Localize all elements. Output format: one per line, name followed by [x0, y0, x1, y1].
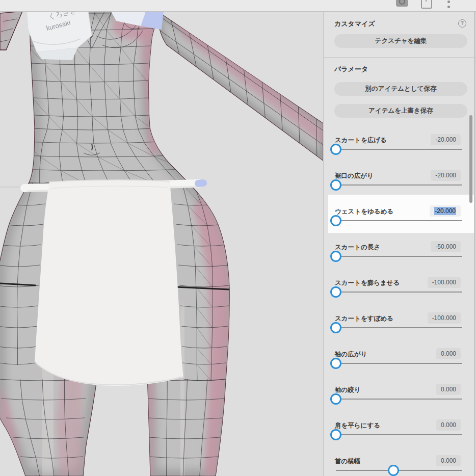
parameter-value-field[interactable]: 0.000 [436, 419, 461, 431]
slider-track[interactable] [336, 470, 462, 471]
slider-track[interactable] [336, 292, 462, 293]
parameter-label: ウェストをゆるめる [335, 206, 393, 217]
parameter-row: スカートを膨らませる -100.000 [324, 271, 476, 307]
camera-icon[interactable] [396, 0, 408, 7]
slider-thumb[interactable] [330, 393, 341, 405]
slider-thumb[interactable] [330, 144, 341, 155]
parameter-value-field[interactable]: -50.000 [431, 241, 461, 252]
parameter-row: 肩を平らにする 0.000 [324, 414, 476, 449]
divider [324, 57, 476, 58]
panel-edge [474, 11, 476, 476]
overwrite-save-button[interactable]: アイテムを上書き保存 [334, 104, 467, 118]
more-menu-icon[interactable] [447, 0, 450, 12]
slider-thumb[interactable] [330, 179, 341, 191]
slider-track[interactable] [336, 434, 462, 435]
parameter-value-field[interactable]: -20.000 [431, 134, 461, 145]
slider-track[interactable] [336, 399, 462, 400]
parameter-label: スカートをすぼめる [335, 313, 393, 324]
save-as-new-item-button[interactable]: 別のアイテムとして保存 [334, 82, 467, 96]
parameters-section-title: パラメータ [334, 64, 466, 74]
parameter-label: 肩を平らにする [335, 420, 380, 431]
app-window: くろさき kurosaki カスタマイズ ? テクスチャを編集 パラメータ 別の… [0, 0, 476, 476]
edit-texture-button[interactable]: テクスチャを編集 [334, 34, 467, 48]
parameter-row: 袖の広がり 0.000 [324, 342, 476, 378]
parameter-row: 袖の絞り 0.000 [324, 378, 476, 414]
parameter-row: 首の横幅 0.000 [324, 449, 476, 476]
slider-thumb[interactable] [330, 215, 341, 226]
viewport-3d-model[interactable]: くろさき kurosaki [0, 0, 323, 476]
slider-track[interactable] [336, 220, 462, 221]
parameter-label: スカートを膨らませる [335, 277, 400, 288]
parameter-label: スカートを広げる [335, 135, 387, 146]
slider-track[interactable] [336, 184, 462, 186]
slider-thumb[interactable] [388, 465, 399, 476]
slider-track[interactable] [336, 149, 462, 150]
panel-title: カスタマイズ [334, 20, 375, 28]
slider-thumb[interactable] [330, 429, 341, 440]
slider-track[interactable] [336, 256, 462, 257]
slider-thumb[interactable] [330, 322, 341, 333]
parameter-label: スカートの長さ [335, 242, 380, 253]
slider-track[interactable] [336, 363, 462, 364]
skirt-apron [35, 180, 183, 386]
parameter-sliders: スカートを広げる -20.000 裾口の広がり -20.000 ウェストをゆるめ… [324, 128, 476, 476]
help-icon[interactable]: ? [458, 19, 466, 28]
parameter-row: スカートを広げる -20.000 [324, 128, 476, 164]
parameter-value-field[interactable]: -100.000 [428, 312, 461, 324]
parameter-value-field[interactable]: 0.000 [436, 348, 461, 359]
parameter-label: 首の横幅 [335, 456, 360, 467]
customize-panel: カスタマイズ ? テクスチャを編集 パラメータ 別のアイテムとして保存 アイテム… [323, 11, 476, 476]
parameter-label: 袖の広がり [335, 349, 367, 360]
parameter-value-field[interactable]: -100.000 [428, 277, 461, 288]
parameter-label: 裾口の広がり [335, 170, 374, 181]
slider-track[interactable] [336, 327, 462, 328]
share-icon[interactable] [421, 0, 432, 9]
parameter-value-field[interactable]: 0.000 [436, 384, 461, 395]
parameter-row: スカートの長さ -50.000 [324, 235, 476, 271]
panel-scrollbar[interactable] [469, 115, 472, 203]
parameter-value-field[interactable]: -20.000 [430, 205, 461, 217]
parameter-row: スカートをすぼめる -100.000 [324, 307, 476, 342]
parameter-value-field[interactable]: -20.000 [431, 170, 461, 181]
slider-thumb[interactable] [330, 358, 341, 369]
parameter-value-field[interactable]: 0.000 [436, 455, 461, 466]
toolbar [0, 0, 476, 12]
slider-thumb[interactable] [330, 286, 341, 298]
slider-thumb[interactable] [330, 251, 341, 262]
parameter-row: ウェストをゆるめる -20.000 [324, 200, 476, 235]
